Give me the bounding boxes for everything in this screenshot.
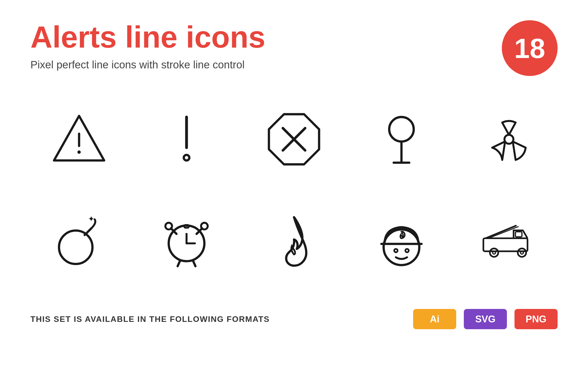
icon-radiation (460, 96, 558, 182)
svg-point-21 (201, 223, 208, 229)
format-badges-container: Ai SVG PNG (413, 309, 558, 329)
svg-point-12 (59, 230, 93, 264)
svg-line-23 (178, 261, 180, 266)
count-badge: 18 (502, 20, 558, 76)
main-container: Alerts line icons Pixel perfect line ico… (0, 0, 588, 391)
format-badge-ai-label: Ai (430, 314, 439, 325)
svg-point-31 (518, 248, 526, 257)
svg-line-13 (85, 228, 91, 235)
icon-fire (245, 198, 343, 284)
title-block: Alerts line icons Pixel perfect line ico… (30, 20, 265, 71)
svg-point-4 (184, 155, 189, 161)
footer-section: THIS SET IS AVAILABLE IN THE FOLLOWING F… (30, 309, 558, 329)
icon-alarm-clock (138, 198, 235, 284)
format-badge-svg[interactable]: SVG (464, 309, 507, 329)
svg-point-33 (490, 248, 498, 257)
format-badge-png[interactable]: PNG (514, 309, 558, 329)
header-section: Alerts line icons Pixel perfect line ico… (30, 20, 558, 76)
icon-warning-triangle (30, 96, 128, 182)
icon-exclamation (138, 96, 235, 182)
svg-text:✦: ✦ (88, 214, 95, 223)
footer-label: THIS SET IS AVAILABLE IN THE FOLLOWING F… (30, 315, 270, 324)
format-badge-ai[interactable]: Ai (413, 309, 456, 329)
svg-point-28 (405, 249, 409, 252)
icon-map-pin (353, 96, 450, 182)
svg-point-8 (389, 117, 414, 142)
icon-stop-cross (245, 96, 343, 182)
svg-rect-30 (516, 232, 522, 237)
icon-bomb: ✦ (30, 198, 128, 284)
svg-point-2 (77, 150, 81, 154)
svg-point-32 (521, 251, 523, 254)
format-badge-png-label: PNG (526, 314, 546, 325)
page-title: Alerts line icons (30, 20, 265, 54)
icon-firefighter (353, 198, 450, 284)
icons-grid: ✦ (30, 96, 558, 284)
icon-fire-truck (460, 198, 558, 284)
svg-point-34 (493, 251, 495, 254)
svg-point-20 (165, 223, 172, 229)
svg-point-27 (394, 249, 397, 252)
svg-line-24 (193, 261, 195, 266)
format-badge-svg-label: SVG (475, 314, 495, 325)
page-subtitle: Pixel perfect line icons with stroke lin… (30, 59, 265, 71)
